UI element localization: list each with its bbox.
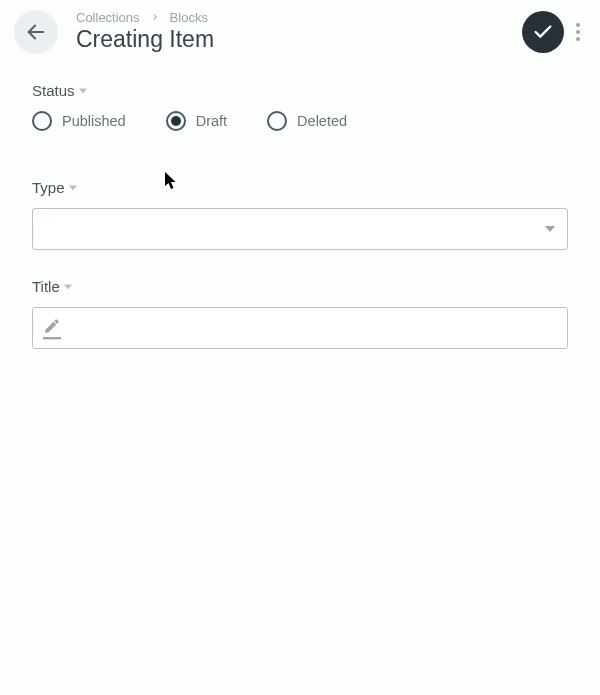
status-option-draft[interactable]: Draft [166, 111, 227, 131]
status-label-text: Status [32, 82, 75, 99]
status-radio-group: Published Draft Deleted [32, 111, 568, 131]
status-option-label: Deleted [297, 113, 347, 129]
pencil-icon [43, 317, 61, 340]
status-option-deleted[interactable]: Deleted [267, 111, 347, 131]
header: Collections Blocks Creating Item [0, 0, 600, 62]
caret-down-icon [69, 184, 77, 192]
field-title: Title [32, 278, 568, 349]
field-label-status[interactable]: Status [32, 82, 568, 99]
svg-point-2 [576, 30, 580, 34]
radio-icon [166, 111, 186, 131]
type-label-text: Type [32, 179, 65, 196]
status-option-label: Draft [196, 113, 227, 129]
form: Status Published Draft Deleted Type [0, 62, 600, 369]
chevron-down-icon [545, 220, 555, 238]
save-button[interactable] [522, 11, 564, 53]
field-type: Type [32, 179, 568, 250]
breadcrumb: Collections Blocks [76, 11, 522, 24]
status-option-published[interactable]: Published [32, 111, 126, 131]
field-status: Status Published Draft Deleted [32, 82, 568, 131]
breadcrumb-blocks[interactable]: Blocks [170, 11, 208, 24]
svg-point-1 [576, 23, 580, 27]
status-option-label: Published [62, 113, 126, 129]
title-input[interactable] [69, 320, 557, 337]
back-button[interactable] [14, 10, 58, 54]
svg-marker-6 [545, 226, 555, 232]
field-label-title[interactable]: Title [32, 278, 568, 295]
caret-down-icon [64, 283, 72, 291]
page-title: Creating Item [76, 26, 522, 54]
chevron-right-icon [150, 12, 160, 22]
title-label-text: Title [32, 278, 60, 295]
svg-point-3 [576, 37, 580, 41]
more-options-button[interactable] [570, 11, 586, 53]
title-input-wrapper [32, 307, 568, 349]
check-icon [532, 21, 554, 43]
radio-icon [267, 111, 287, 131]
svg-rect-9 [43, 337, 61, 339]
dots-vertical-icon [576, 23, 580, 41]
svg-marker-5 [69, 185, 77, 190]
type-select[interactable] [32, 208, 568, 250]
radio-icon [32, 111, 52, 131]
caret-down-icon [79, 87, 87, 95]
field-label-type[interactable]: Type [32, 179, 568, 196]
svg-marker-7 [64, 284, 72, 289]
svg-marker-4 [79, 88, 87, 93]
breadcrumb-collections[interactable]: Collections [76, 11, 140, 24]
arrow-left-icon [25, 21, 47, 43]
